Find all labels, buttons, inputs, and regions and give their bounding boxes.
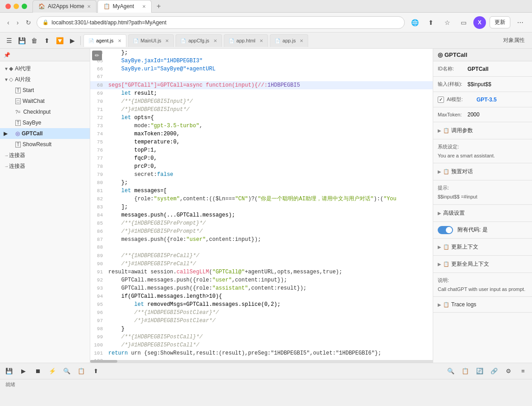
scrollbar-thumb[interactable] xyxy=(90,360,117,363)
sidebar-toggle[interactable]: ▭ xyxy=(457,16,470,29)
bottom-right-settings[interactable]: ⚙ xyxy=(503,366,514,377)
code-line: 85 /**{1HDBPEGBI5PrePrompt}*/ xyxy=(90,219,433,227)
line-number: 79 xyxy=(90,171,106,179)
browser-tab-bar: 🏠 AI2Apps Home ✕ 📋 MyAgent ✕ + xyxy=(32,0,527,13)
file-tab-app-js[interactable]: 📄 app.js ✕ xyxy=(270,34,308,47)
file-tab-appcfg-js[interactable]: 📄 appCfg.js ✕ xyxy=(176,34,222,47)
save-button[interactable]: 💾 xyxy=(16,35,27,46)
withcode-toggle[interactable] xyxy=(438,226,453,234)
sidebar-item-connector2[interactable]: → 连接器 xyxy=(0,161,90,171)
file-tab-close[interactable]: ✕ xyxy=(165,38,169,43)
run-button[interactable]: ▶ xyxy=(67,35,78,46)
edit-mode-icon[interactable]: ✏ xyxy=(92,51,102,60)
forward-button[interactable]: › xyxy=(15,17,21,28)
file-tab-close[interactable]: ✕ xyxy=(300,38,303,43)
callparams-header[interactable]: ▶ 📋 调用参数 xyxy=(438,125,527,136)
translate-button[interactable]: 🌐 xyxy=(408,16,421,29)
url-bar[interactable]: 🔒 localhost:3301/-tabedit/app.html?path=… xyxy=(37,16,405,29)
bottom-up-btn[interactable]: ⬆ xyxy=(90,366,101,377)
bottom-right-refresh[interactable]: 🔄 xyxy=(474,366,485,377)
line-content: /*}#1HDBPEGBI5PostClear*/ xyxy=(106,317,433,325)
checkinput-icon: ?= xyxy=(15,110,20,115)
sidebar-item-gptcall[interactable]: ▶ ◎ GPTCall xyxy=(0,128,90,139)
sidebar-item-ai-agent[interactable]: ▼ ◆ AI代理 xyxy=(0,63,90,74)
file-tab-close[interactable]: ✕ xyxy=(213,38,217,43)
file-tab-app-html[interactable]: 📄 app.html ✕ xyxy=(224,34,268,47)
browser-tab-myagent[interactable]: 📋 MyAgent ✕ xyxy=(97,0,152,13)
more-button[interactable]: ⋯ xyxy=(514,16,527,29)
bottom-save-btn[interactable]: 💾 xyxy=(4,366,14,377)
sidebar-item-saybye[interactable]: T SayBye xyxy=(0,117,90,128)
bottom-stop-btn[interactable]: ⏹ xyxy=(32,366,43,377)
code-content[interactable]: 64 };65 SayBye.jaxId="1HDBPEGBI3"66 SayB… xyxy=(90,49,433,360)
maxtoken-label: MaxToken: xyxy=(438,112,465,117)
delete-button[interactable]: 🗑 xyxy=(29,35,40,46)
minimize-traffic-light[interactable] xyxy=(14,4,19,9)
share-button[interactable]: ⬆ xyxy=(425,16,437,29)
refresh-button[interactable]: ↻ xyxy=(24,17,33,28)
preset-header[interactable]: ▶ 📋 预置对话 xyxy=(438,166,527,177)
browser-tab-ai2apps[interactable]: 🏠 AI2Apps Home ✕ xyxy=(32,0,97,13)
tree-item-label: SayBye xyxy=(23,120,41,126)
bookmark-button[interactable]: ☆ xyxy=(441,16,453,29)
tab-close-myagent[interactable]: ✕ xyxy=(142,4,146,9)
line-number: 77 xyxy=(90,155,106,162)
update-button[interactable]: 更新 xyxy=(490,16,510,28)
close-traffic-light[interactable] xyxy=(5,4,11,9)
user-avatar[interactable]: X xyxy=(473,16,486,29)
tracelogs-header[interactable]: ▶ 📋 Trace logs xyxy=(438,300,527,309)
checkbox-icon[interactable]: ✓ xyxy=(438,97,444,103)
sidebar-item-showresult[interactable]: T ShowResult xyxy=(0,139,90,150)
advanced-header[interactable]: ▶ 高级设置 xyxy=(438,208,527,219)
update-context-label: 更新上下文 xyxy=(451,243,478,251)
panel-section-aimodel: ✓ AI模型: GPT-3.5 xyxy=(433,92,532,107)
line-content: } xyxy=(106,325,433,333)
code-line: 64 }; xyxy=(90,49,433,57)
line-number: 87 xyxy=(90,236,106,244)
file-tab-label: appCfg.js xyxy=(188,38,209,43)
file-tab-mainui-js[interactable]: 📄 MainUI.js ✕ xyxy=(128,34,174,47)
maximize-traffic-light[interactable] xyxy=(22,4,27,9)
code-line: 79 secret:false xyxy=(90,171,433,179)
withcode-label: 附有代码: 是 xyxy=(458,226,488,234)
update-global-header[interactable]: ▶ 📋 更新全局上下文 xyxy=(438,258,527,270)
menu-button[interactable]: ☰ xyxy=(4,35,14,46)
horizontal-scrollbar[interactable] xyxy=(90,360,433,363)
update-global-label: 更新全局上下文 xyxy=(451,260,489,268)
advanced-arrow: ▶ xyxy=(438,211,441,216)
line-number: 69 xyxy=(90,90,106,97)
panel-row-id: ID名称: GPTCall xyxy=(438,65,527,72)
code-line: 70 /**{1HDBPEGBI5Input}*/ xyxy=(90,97,433,106)
file-tab-close[interactable]: ✕ xyxy=(259,38,263,43)
advanced-label: 高级设置 xyxy=(443,209,465,217)
bottom-right-copy[interactable]: 📋 xyxy=(460,366,471,377)
bottom-find-btn[interactable]: 🔍 xyxy=(61,366,72,377)
sidebar-item-ai-segment[interactable]: ▼ ◇ AI片段 xyxy=(0,74,90,85)
panel-section-preset: ▶ 📋 预置对话 xyxy=(433,163,532,180)
bottom-right-menu[interactable]: ≡ xyxy=(518,366,528,377)
bottom-debug-btn[interactable]: ⚡ xyxy=(47,366,58,377)
bottom-right-link[interactable]: 🔗 xyxy=(489,366,500,377)
back-button[interactable]: ‹ xyxy=(5,17,11,28)
tab-close-ai2apps[interactable]: ✕ xyxy=(87,4,91,9)
file-tab-label: app.html xyxy=(236,38,255,43)
line-number: 81 xyxy=(90,187,106,195)
sidebar-item-checkinput[interactable]: ?= CheckInput xyxy=(0,106,90,117)
bottom-right-search[interactable]: 🔍 xyxy=(445,366,456,377)
bottom-run-btn[interactable]: ▶ xyxy=(18,366,29,377)
sidebar-item-connector1[interactable]: → 连接器 xyxy=(0,150,90,161)
line-number: 92 xyxy=(90,277,106,284)
new-tab-button[interactable]: + xyxy=(153,0,165,13)
line-number: 90 xyxy=(90,260,106,268)
sidebar-item-start[interactable]: T Start xyxy=(0,85,90,96)
update-context-header[interactable]: ▶ 📋 更新上下文 xyxy=(438,241,527,253)
file-tab-agent-js[interactable]: 📄 agent.js ✕ xyxy=(83,34,126,47)
upload-button[interactable]: ⬆ xyxy=(42,35,52,46)
bottom-copy-btn[interactable]: 📋 xyxy=(76,366,87,377)
line-content: messages.push({role:"user",content:input… xyxy=(106,235,433,244)
line-number: 86 xyxy=(90,228,106,235)
sidebar-item-waitchat[interactable]: □ WaitChat xyxy=(0,96,90,106)
id-value: GPTCall xyxy=(467,66,489,72)
file-tab-close[interactable]: ✕ xyxy=(118,38,121,43)
download-button[interactable]: 🔽 xyxy=(54,35,65,46)
